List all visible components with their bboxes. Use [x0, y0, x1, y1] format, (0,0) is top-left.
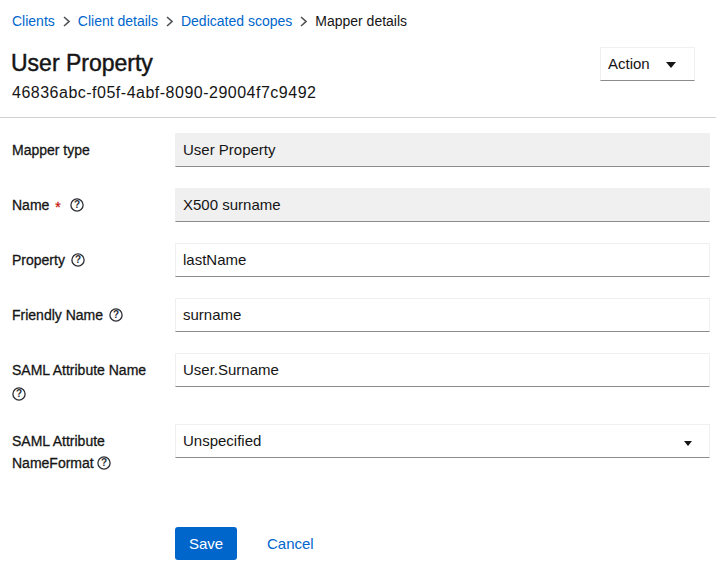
svg-text:?: ?: [113, 309, 119, 320]
svg-text:?: ?: [101, 457, 107, 468]
svg-text:?: ?: [16, 388, 22, 399]
svg-text:?: ?: [75, 254, 81, 265]
svg-text:?: ?: [74, 199, 80, 210]
